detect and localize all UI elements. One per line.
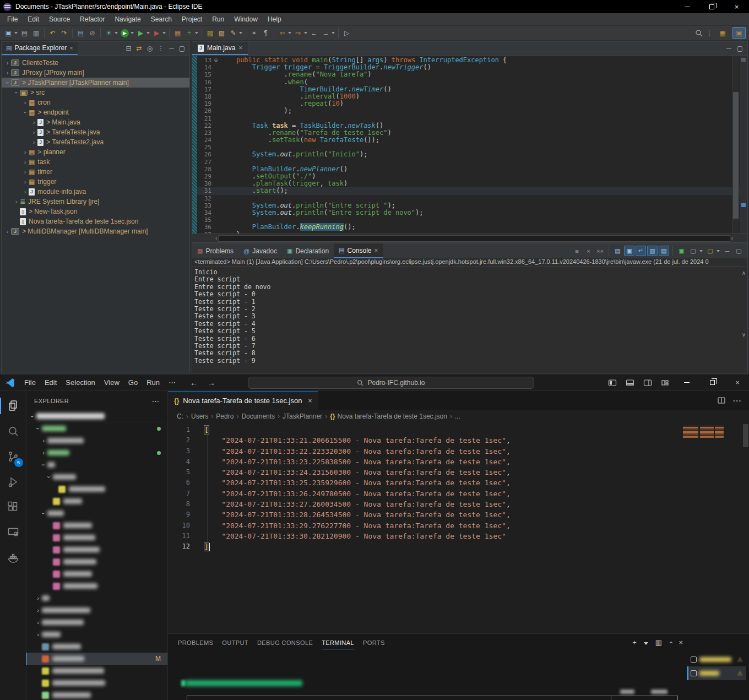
- menu-edit[interactable]: Edit: [40, 378, 61, 387]
- coverage-icon[interactable]: ▶: [135, 28, 146, 39]
- java-perspective-button[interactable]: ▣: [732, 27, 746, 39]
- chevron-right-icon[interactable]: ›: [21, 178, 29, 185]
- tree-item-blurred[interactable]: [26, 689, 167, 700]
- tree-item[interactable]: ›▦cron: [2, 97, 189, 107]
- tree-item-blurred[interactable]: [26, 531, 167, 544]
- remove-all-terminated-icon[interactable]: ××: [595, 246, 605, 256]
- activity-run-debug-icon[interactable]: [0, 469, 26, 495]
- open-console-icon[interactable]: ▣: [676, 246, 687, 256]
- tab-json-file[interactable]: {} Nova tarefa-Tarefa de teste 1sec.json…: [168, 391, 318, 410]
- new-java-project-icon[interactable]: ▦: [172, 28, 183, 39]
- tree-item[interactable]: ›Jmodule-info.java: [2, 187, 189, 197]
- menu-search[interactable]: Search: [146, 13, 177, 25]
- view-menu-icon[interactable]: ⋮: [158, 45, 164, 52]
- save-all-icon[interactable]: ▥: [31, 28, 41, 39]
- search-dialog-icon[interactable]: ▨: [216, 28, 227, 39]
- back-icon[interactable]: ←: [309, 28, 319, 39]
- tree-item-blurred[interactable]: [26, 544, 167, 556]
- tab-package-explorer[interactable]: ▤ Package Explorer ×: [2, 42, 78, 55]
- command-center[interactable]: Pedro-IFC.github.io: [248, 377, 534, 389]
- tree-item-blurred[interactable]: ›: [26, 422, 167, 435]
- tree-item[interactable]: ›▦timer: [2, 167, 189, 177]
- mark-occurrences-icon[interactable]: ⌖: [249, 28, 259, 39]
- toggle-sidebar-icon[interactable]: [605, 375, 620, 390]
- new-class-icon[interactable]: +: [184, 28, 194, 39]
- tree-item-blurred[interactable]: [26, 665, 167, 677]
- minimize-editor-icon[interactable]: ─: [726, 45, 731, 52]
- tree-item-blurred[interactable]: ›: [26, 471, 167, 483]
- run-icon[interactable]: ▶: [120, 28, 130, 39]
- clear-console-icon[interactable]: ▤: [612, 246, 623, 256]
- tree-item[interactable]: ›▦task: [2, 157, 189, 167]
- panel-tab-terminal[interactable]: TERMINAL: [322, 639, 354, 649]
- tree-item-blurred[interactable]: [26, 641, 167, 653]
- maximize-view-icon[interactable]: ▢: [179, 45, 185, 52]
- tree-item-blurred[interactable]: ›: [26, 592, 167, 604]
- chevron-right-icon[interactable]: ›: [4, 59, 11, 66]
- tree-item[interactable]: ›J> Main.java: [2, 117, 189, 127]
- tree-item[interactable]: ›▦trigger: [2, 177, 189, 187]
- panel-tab-debug-console[interactable]: DEBUG CONSOLE: [257, 639, 313, 649]
- skip-breakpoints-icon[interactable]: ⊘: [87, 28, 97, 39]
- menu-file[interactable]: File: [2, 13, 23, 25]
- tree-item-blurred[interactable]: ›: [26, 628, 167, 641]
- tree-item-blurred[interactable]: M: [26, 653, 167, 665]
- close-panel-icon[interactable]: ×: [679, 638, 683, 647]
- menu-run[interactable]: Run: [142, 378, 164, 387]
- forward-icon[interactable]: →: [321, 28, 331, 39]
- menu-run[interactable]: Run: [207, 13, 229, 25]
- customize-layout-icon[interactable]: [658, 375, 673, 390]
- pin-console-icon[interactable]: ▤: [659, 246, 669, 256]
- chevron-right-icon[interactable]: ›: [21, 169, 29, 175]
- activity-docker-icon[interactable]: [0, 545, 26, 571]
- tree-item-blurred[interactable]: ›: [26, 507, 167, 519]
- chevron-right-icon[interactable]: ›: [21, 149, 29, 155]
- tree-item[interactable]: ›▦> planner: [2, 147, 189, 157]
- console-output[interactable]: InicioEntre scriptEntre script de novoTe…: [192, 267, 747, 373]
- menu-selection[interactable]: Selection: [61, 378, 99, 387]
- maximize-panel-icon[interactable]: ›: [666, 641, 675, 643]
- chevron-right-icon[interactable]: ›: [30, 139, 37, 145]
- activity-remote-icon[interactable]: [0, 520, 26, 545]
- new-wizard-icon[interactable]: ▣: [3, 28, 14, 39]
- minimize-view-icon[interactable]: ─: [722, 246, 732, 256]
- menu-navigate[interactable]: Navigate: [110, 13, 145, 25]
- close-tab-icon[interactable]: ×: [308, 397, 312, 405]
- tree-item[interactable]: ›JJProxy [JProxy main]: [2, 68, 189, 78]
- restore-button[interactable]: [699, 0, 724, 13]
- tree-item-blurred[interactable]: [26, 556, 167, 568]
- tree-item-blurred[interactable]: [26, 495, 167, 507]
- menu-window[interactable]: Window: [229, 13, 263, 25]
- minimize-view-icon[interactable]: ─: [169, 45, 174, 52]
- terminal-profile-dropdown-icon[interactable]: [644, 638, 648, 647]
- maximize-editor-icon[interactable]: ▢: [737, 45, 743, 52]
- focus-on-active-task-icon[interactable]: ◎: [147, 45, 153, 52]
- collapse-all-icon[interactable]: ⊟: [126, 45, 132, 52]
- split-terminal-icon[interactable]: ▥: [655, 638, 662, 647]
- java-code[interactable]: 13⊖ public static void main(String[] arg…: [197, 56, 747, 234]
- open-perspective-button[interactable]: ▦: [716, 27, 729, 39]
- minimap[interactable]: [683, 425, 724, 438]
- editor-vertical-scrollbar[interactable]: [732, 56, 739, 234]
- undo-icon[interactable]: ↶: [47, 28, 58, 39]
- tree-item[interactable]: ›▤> src: [2, 88, 189, 97]
- chevron-down-icon[interactable]: ›: [22, 109, 29, 116]
- tab-main-java[interactable]: J Main.java ×: [192, 42, 248, 55]
- tab-console[interactable]: ▤Console×: [334, 243, 383, 258]
- tree-item[interactable]: {}Nova tarefa-Tarefa de teste 1sec.json: [2, 216, 189, 226]
- tree-item-blurred[interactable]: ›: [26, 604, 167, 616]
- tree-item[interactable]: ›≣JRE System Library [jre]: [2, 197, 189, 207]
- panel-tab-ports[interactable]: PORTS: [363, 639, 385, 649]
- tree-item-blurred[interactable]: ›: [26, 447, 167, 459]
- tree-item[interactable]: {}> New-Task.json: [2, 207, 189, 216]
- tree-item-blurred[interactable]: [26, 677, 167, 689]
- chevron-right-icon[interactable]: ›: [4, 228, 11, 235]
- maximize-view-icon[interactable]: ▢: [734, 246, 744, 256]
- tree-item-blurred[interactable]: ›: [26, 435, 167, 447]
- activity-extensions-icon[interactable]: [0, 495, 26, 520]
- explorer-more-actions-icon[interactable]: ⋯: [152, 397, 160, 405]
- save-icon[interactable]: ▤: [19, 28, 30, 39]
- display-selected-console-icon[interactable]: ▢: [688, 246, 698, 256]
- close-button[interactable]: ×: [724, 0, 749, 13]
- tree-item[interactable]: ›J> MultiDBManager [MultiDBManager main]: [2, 226, 189, 236]
